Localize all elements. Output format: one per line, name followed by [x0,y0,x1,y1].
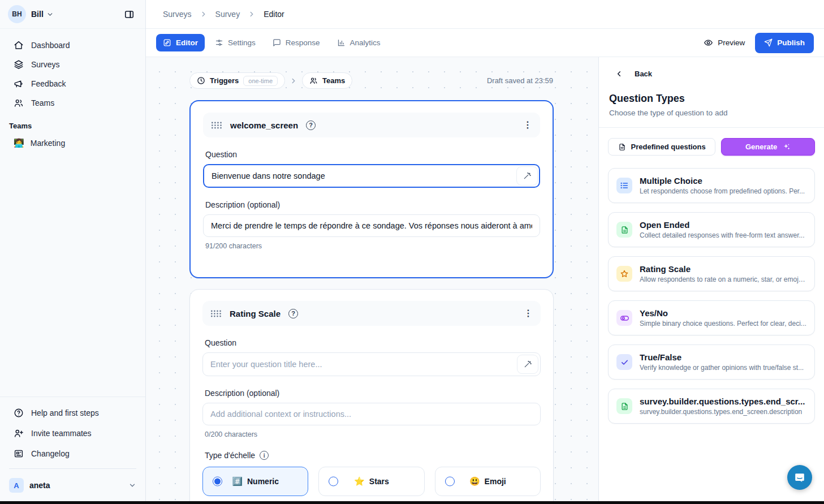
question-type-description: Simple binary choice questions. Perfect … [640,320,806,328]
question-type-yes-no[interactable]: Yes/No Simple binary choice questions. P… [608,300,815,335]
breadcrumb-surveys[interactable]: Surveys [163,10,192,19]
chat-smile-bubble-icon [793,471,806,484]
account-menu[interactable]: A aneta [0,473,145,499]
publish-button[interactable]: Publish [755,33,814,53]
question-type-multiple-choice[interactable]: Multiple Choice Let respondents choose f… [608,168,815,203]
description-input[interactable] [202,403,541,425]
team-emoji-icon: 👩‍💻 [14,138,24,148]
document-icon [616,398,632,414]
chevron-left-icon [615,70,623,78]
more-options-icon[interactable]: ⋮ [524,309,533,318]
teams-chip[interactable]: Teams [302,72,352,89]
sidebar-item-teams[interactable]: Teams [0,93,145,113]
chevron-right-icon [248,10,256,18]
sidebar-item-feedback[interactable]: Feedback [0,74,145,93]
window-bottom-edge [0,501,824,504]
question-types-panel: Back Question Types Choose the type of q… [598,57,824,504]
question-title-input[interactable] [202,352,541,376]
radio-checked-icon[interactable] [213,477,222,486]
panel-collapse-icon [124,9,135,20]
magic-wand-icon[interactable] [517,355,538,374]
description-input[interactable] [203,214,540,237]
smiley-emoji-icon: 😃 [469,476,480,486]
scale-type-label-text: Type d'échelle [205,451,255,460]
chat-widget-button[interactable] [787,465,812,490]
question-card-header: welcome_screen ? ⋮ [203,113,540,137]
question-card-header: Rating Scale ? ⋮ [202,301,541,326]
triggers-chip[interactable]: Triggers one-time [189,72,285,89]
question-type-description: survey.builder.questions.types.end_scree… [640,408,805,416]
chevron-down-icon [46,11,54,18]
radio-icon[interactable] [445,477,455,486]
question-type-true-false[interactable]: True/False Verify knowledge or gather op… [608,344,815,380]
question-type-rating-scale[interactable]: Rating Scale Allow respondents to rate o… [608,256,815,291]
check-icon [616,354,632,370]
collapse-sidebar-button[interactable] [120,6,137,23]
sidebar-item-surveys[interactable]: Surveys [0,55,145,74]
tab-response[interactable]: Response [266,34,327,51]
help-circle-icon[interactable]: ? [288,309,298,318]
tab-label: Settings [228,38,256,47]
info-icon[interactable]: i [260,451,269,460]
back-button[interactable]: Back [615,70,815,78]
char-counter: 91/200 characters [205,242,540,250]
scale-option-numeric[interactable]: #️⃣ Numeric [202,467,308,496]
bar-chart-icon [337,38,346,47]
predefined-questions-button[interactable]: Predefined questions [608,138,715,156]
predefined-questions-label: Predefined questions [631,143,706,151]
sidebar-item-marketing[interactable]: 👩‍💻 Marketing [0,133,145,153]
team-label: Marketing [31,139,65,148]
scale-option-label: Numeric [247,477,279,486]
sidebar-item-label: Teams [31,98,54,107]
sidebar-item-help[interactable]: Help and first steps [0,403,145,423]
star-icon [616,266,632,282]
chevron-right-icon [200,10,208,18]
tab-label: Analytics [350,38,381,47]
scale-option-label: Emoji [485,477,506,486]
question-type-open-ended[interactable]: Open Ended Collect detailed responses wi… [608,212,815,247]
sidebar-item-changelog[interactable]: Changelog [0,443,145,464]
radio-icon[interactable] [329,477,338,486]
account-name: aneta [29,481,50,490]
question-label: Question [205,338,541,347]
help-circle-icon[interactable]: ? [306,120,316,130]
draft-status: Draft saved at 23:59 [487,76,553,85]
drag-handle-icon[interactable] [210,309,222,318]
question-title-input[interactable] [203,164,540,188]
question-type-end-screen[interactable]: survey.builder.questions.types.end_scr..… [608,389,815,424]
workspace-switcher[interactable]: BH Bill [0,0,145,29]
send-icon [764,38,773,47]
description-label: Description (optional) [205,200,540,209]
question-card-welcome-screen[interactable]: welcome_screen ? ⋮ Question Description … [189,100,554,278]
question-type-title: Open Ended [640,220,804,230]
account-avatar: A [9,478,24,493]
tab-editor[interactable]: Editor [156,34,205,51]
toggle-icon [616,310,632,326]
scale-option-emoji[interactable]: 😃 Emoji [435,467,541,496]
scale-option-stars[interactable]: ⭐ Stars [318,467,424,496]
more-options-icon[interactable]: ⋮ [523,120,532,130]
survey-editor-page: BH Bill Dashboard Surv [0,0,824,504]
magic-wand-icon[interactable] [516,166,538,186]
publish-label: Publish [777,38,805,47]
eye-icon [704,38,713,48]
question-type-title: Multiple Choice [640,176,805,186]
sidebar-item-label: Invite teammates [31,429,92,438]
breadcrumb-survey[interactable]: Survey [215,10,240,19]
sidebar-nav: Dashboard Surveys Feedback Teams [0,29,145,113]
main-area: Surveys Survey Editor Editor Setting [146,0,824,504]
file-code-icon [618,143,626,151]
generate-button[interactable]: Generate [721,138,815,156]
panel-title: Question Types [609,93,815,105]
drag-handle-icon[interactable] [211,121,222,130]
preview-button[interactable]: Preview [704,38,745,48]
sidebar-item-invite[interactable]: Invite teammates [0,423,145,443]
scale-type-options: #️⃣ Numeric ⭐ Stars 😃 Emoji [202,467,541,496]
question-card-rating-scale[interactable]: Rating Scale ? ⋮ Question Description (o… [189,289,554,504]
tab-settings[interactable]: Settings [208,34,262,51]
tab-analytics[interactable]: Analytics [330,34,387,51]
sidebar-item-dashboard[interactable]: Dashboard [0,36,145,55]
sidebar-item-label: Help and first steps [31,408,99,417]
sliders-icon [215,38,223,47]
sidebar-item-label: Changelog [31,449,70,458]
